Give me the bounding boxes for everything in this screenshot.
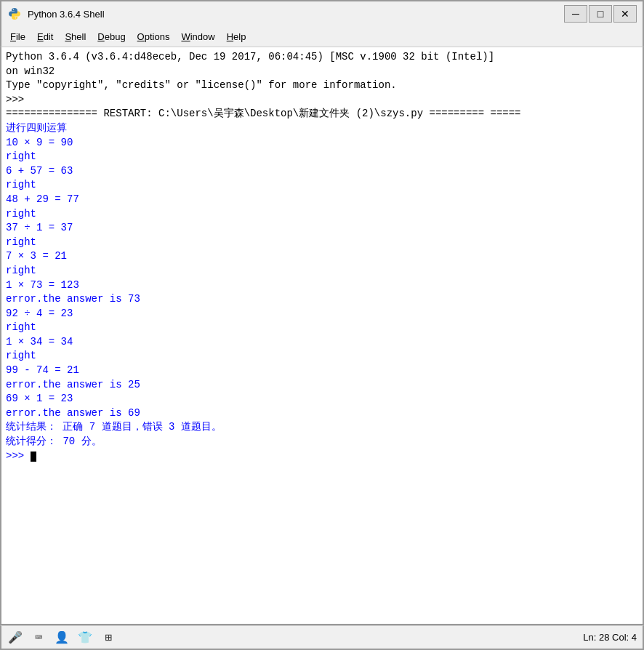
shell-line: 统计得分： 70 分。 [6,435,638,449]
status-icons: 🎤 ⌨ 👤 👕 ⊞ [7,630,116,646]
initial-prompt: >>> [6,94,24,105]
cursor [31,452,36,462]
shell-lines: 进行四则运算10 × 9 = 90right6 + 57 = 63right48… [6,121,638,449]
menu-shell[interactable]: Shell [59,30,92,44]
window-title: Python 3.6.4 Shell [28,9,564,20]
shell-line: right [6,264,638,278]
final-prompt: >>> [6,450,31,462]
minimize-button[interactable]: ─ [564,5,587,23]
shell-line: 10 × 9 = 90 [6,136,638,151]
maximize-button[interactable]: □ [589,5,612,23]
shell-line: error.the answer is 25 [6,378,638,393]
shell-line: right [6,321,638,335]
menu-help[interactable]: Help [221,30,252,44]
window-controls: ─ □ ✕ [564,5,637,23]
shell-line: 统计结果： 正确 7 道题目，错误 3 道题目。 [6,420,638,435]
menu-file[interactable]: File [4,30,31,44]
header-line2: on win32 [6,65,55,77]
title-bar: Python 3.6.4 Shell ─ □ ✕ [0,0,644,26]
app-icon [7,7,22,21]
menu-edit[interactable]: Edit [31,30,59,44]
shell-line: 48 + 29 = 77 [6,193,638,207]
header-line3: Type "copyright", "credits" or "license(… [6,79,397,91]
menu-window[interactable]: Window [175,30,220,44]
header-line1: Python 3.6.4 (v3.6.4:d48eceb, Dec 19 201… [6,51,494,63]
shell-line: right [6,236,638,250]
shell-container: Python 3.6.4 (v3.6.4:d48eceb, Dec 19 201… [0,47,644,625]
restart-line: =============== RESTART: C:\Users\吴宇森\De… [6,108,484,119]
shell-line: 99 - 74 = 21 [6,364,638,378]
shell-line: right [6,178,638,193]
shell-line: right [6,150,638,164]
shirt-icon: 👕 [77,630,93,646]
shell-line: 1 × 34 = 34 [6,335,638,350]
menu-bar: File Edit Shell Debug Options Window Hel… [0,26,644,47]
person-icon: 👤 [54,630,70,646]
shell-line: 1 × 73 = 123 [6,278,638,293]
keyboard-icon: ⌨ [31,630,47,646]
shell-line: 6 + 57 = 63 [6,164,638,179]
restart-cont: ===== [491,108,521,119]
menu-debug[interactable]: Debug [92,30,131,44]
shell-line: 69 × 1 = 23 [6,392,638,406]
close-button[interactable]: ✕ [613,5,637,23]
shell-line: right [6,349,638,364]
cursor-position: Ln: 28 Col: 4 [583,632,637,643]
shell-line: 7 × 3 = 21 [6,249,638,264]
shell-line: 37 ÷ 1 = 37 [6,221,638,236]
status-bar: 🎤 ⌨ 👤 👕 ⊞ Ln: 28 Col: 4 [0,625,644,650]
shell-line: error.the answer is 69 [6,406,638,421]
shell-line: error.the answer is 73 [6,292,638,307]
shell-line: 92 ÷ 4 = 23 [6,307,638,321]
shell-output[interactable]: Python 3.6.4 (v3.6.4:d48eceb, Dec 19 201… [1,47,643,624]
mic-icon: 🎤 [7,630,23,646]
shell-line: right [6,207,638,222]
shell-line: 进行四则运算 [6,121,638,136]
menu-options[interactable]: Options [132,30,176,44]
windows-icon: ⊞ [100,630,116,646]
